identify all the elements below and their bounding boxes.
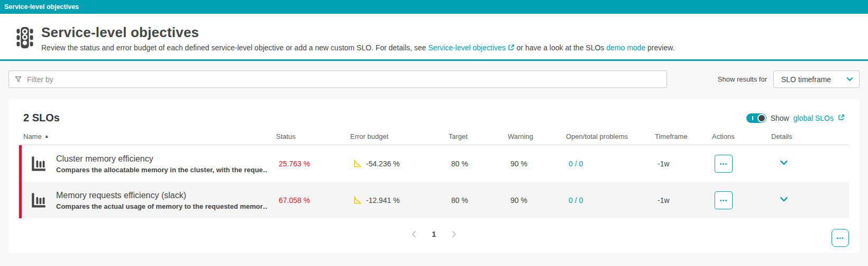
timeframe-dropdown[interactable]: SLO timeframe [773, 70, 860, 88]
external-link-icon[interactable] [508, 44, 515, 52]
current-page-number[interactable]: 1 [432, 230, 436, 238]
filter-box[interactable] [8, 70, 667, 88]
filter-input[interactable] [27, 75, 661, 84]
page-description: Review the status and error budget of ea… [41, 43, 674, 52]
next-page-chevron-icon[interactable] [450, 230, 458, 238]
column-header-target[interactable]: Target [444, 132, 504, 140]
timeframe-dropdown-value: SLO timeframe [781, 75, 831, 84]
slo-chart-icon [30, 155, 48, 173]
details-cell [770, 158, 849, 169]
slo-name[interactable]: Memory requests efficiency (slack) [56, 190, 268, 201]
column-header-warning[interactable]: Warning [504, 132, 562, 140]
slo-chart-icon [30, 191, 48, 209]
page-title: Service-level objectives [41, 24, 674, 41]
expand-details-chevron-icon[interactable] [779, 158, 789, 167]
column-header-name[interactable]: Name ▲ [19, 132, 272, 140]
timeframe-value: -1w [653, 196, 710, 205]
sort-ascending-icon: ▲ [44, 134, 49, 139]
error-budget-value: -12.941 % [366, 196, 400, 205]
global-slos-toggle[interactable] [746, 113, 766, 123]
toggle-on-indicator [752, 116, 753, 120]
slo-count: 2 SLOs [23, 112, 60, 124]
external-link-icon[interactable] [838, 114, 845, 122]
demo-mode-link[interactable]: demo mode [606, 43, 645, 52]
description-text: or have a look at the SLOs [515, 43, 607, 52]
show-label: Show [771, 114, 789, 122]
pagination: 1 [19, 218, 849, 250]
previous-page-chevron-icon[interactable] [410, 230, 418, 238]
problems-link[interactable]: 0 / 0 [569, 159, 583, 168]
card-header: 2 SLOs Show global SLOs [8, 99, 860, 128]
table-options-button[interactable]: ••• [832, 229, 849, 247]
breadcrumb: Service-level objectives [4, 3, 79, 11]
row-actions-button[interactable]: ••• [715, 191, 733, 209]
toggle-knob[interactable] [757, 114, 766, 122]
slo-docs-link[interactable]: Service-level objectives [428, 43, 506, 52]
status-value: 67.058 % [275, 196, 349, 205]
expand-details-chevron-icon[interactable] [779, 194, 789, 204]
show-results-for-label: Show results for [718, 75, 773, 83]
global-slos-control: Show global SLOs [746, 113, 845, 123]
page-header: Service-level objectives Review the stat… [0, 14, 868, 61]
problems-cell: 0 / 0 [564, 159, 653, 168]
burndown-chart-icon [353, 195, 363, 205]
slo-name-cell: Cluster memory efficiency Compares the a… [22, 153, 275, 174]
timeframe-value: -1w [653, 159, 710, 168]
column-header-actions: Actions [708, 132, 767, 140]
description-text: Review the status and error budget of ea… [41, 43, 428, 52]
warning-value: 90 % [506, 159, 564, 168]
actions-cell: ••• [710, 155, 770, 173]
app-header-bar: Service-level objectives [0, 0, 868, 14]
target-value: 80 % [447, 159, 506, 168]
chevron-down-icon [846, 75, 854, 83]
actions-cell: ••• [710, 191, 770, 209]
row-actions-button[interactable]: ••• [715, 155, 733, 173]
burndown-chart-icon [353, 158, 363, 169]
problems-link[interactable]: 0 / 0 [569, 196, 583, 205]
slo-description: Compares the allocatable memory in the c… [56, 166, 268, 174]
description-text: preview. [645, 43, 674, 52]
column-header-timeframe[interactable]: Timeframe [651, 132, 708, 140]
traffic-light-icon [13, 25, 37, 52]
slo-list-card: 2 SLOs Show global SLOs Name ▲ Status Er… [8, 99, 860, 253]
table-row: Memory requests efficiency (slack) Compa… [19, 182, 849, 218]
column-header-problems[interactable]: Open/total problems [562, 132, 651, 140]
filter-funnel-icon [14, 75, 22, 83]
error-budget-cell: -12.941 % [349, 195, 447, 205]
error-budget-value: -54.236 % [366, 159, 400, 168]
column-header-status[interactable]: Status [272, 132, 346, 140]
error-budget-cell: -54.236 % [349, 158, 447, 169]
column-header-error-budget[interactable]: Error budget [346, 132, 444, 140]
table-row: Cluster memory efficiency Compares the a… [19, 145, 849, 182]
slo-name-cell: Memory requests efficiency (slack) Compa… [22, 190, 275, 210]
slo-table: Name ▲ Status Error budget Target Warnin… [19, 128, 849, 250]
status-value: 25.763 % [275, 159, 349, 168]
problems-cell: 0 / 0 [564, 196, 653, 205]
target-value: 80 % [447, 196, 506, 205]
warning-value: 90 % [506, 196, 564, 205]
details-cell [770, 194, 849, 206]
filter-row: Show results for SLO timeframe [8, 70, 860, 88]
column-header-details: Details [767, 132, 849, 140]
global-slos-link[interactable]: global SLOs [793, 114, 834, 122]
slo-description: Compares the actual usage of memory to t… [56, 202, 268, 210]
slo-name[interactable]: Cluster memory efficiency [56, 153, 268, 165]
table-header-row: Name ▲ Status Error budget Target Warnin… [19, 128, 849, 145]
